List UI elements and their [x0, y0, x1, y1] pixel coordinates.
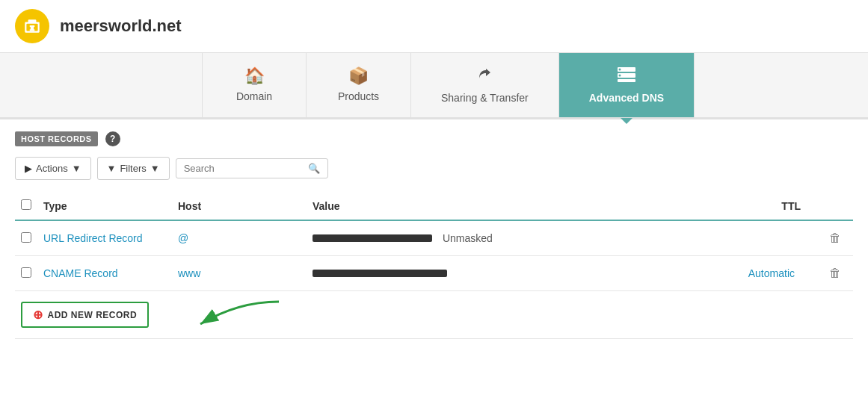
header-checkbox-col — [15, 192, 37, 220]
tab-products-label: Products — [338, 90, 379, 102]
actions-button[interactable]: ▶ Actions ▼ — [15, 157, 91, 180]
add-record-cell: ⊕ ADD NEW RECORD — [15, 291, 853, 339]
tab-domain-label: Domain — [236, 90, 272, 102]
header-value: Value — [307, 192, 711, 220]
header-type: Type — [37, 192, 172, 220]
row2-value-redacted — [313, 270, 447, 277]
row2-checkbox[interactable] — [21, 267, 31, 278]
row2-delete-icon[interactable]: 🗑 — [829, 267, 841, 279]
row2-value — [307, 256, 711, 291]
search-icon: 🔍 — [308, 163, 320, 174]
row1-ttl — [711, 220, 823, 256]
row1-value-redacted — [313, 234, 432, 242]
svg-point-10 — [618, 75, 621, 77]
row1-delete-cell: 🗑 — [823, 220, 853, 256]
filters-chevron-icon: ▼ — [150, 163, 160, 174]
advanced-dns-icon — [617, 66, 636, 87]
tab-advanced-dns[interactable]: Advanced DNS — [559, 53, 695, 117]
tab-sharing-label: Sharing & Transfer — [441, 92, 529, 104]
tab-advanced-dns-label: Advanced DNS — [589, 92, 664, 104]
row1-checkbox-cell — [15, 220, 37, 256]
svg-rect-4 — [28, 27, 31, 29]
row2-host-value: www — [178, 267, 200, 279]
tab-sharing[interactable]: Sharing & Transfer — [411, 53, 559, 117]
plus-icon: ⊕ — [33, 308, 43, 322]
domain-icon: 🏠 — [244, 66, 265, 86]
arrow-annotation — [163, 294, 283, 339]
app-header: meersworld.net — [0, 0, 868, 53]
row1-value: Unmasked — [307, 220, 711, 256]
search-box: 🔍 — [176, 158, 328, 178]
app-logo — [15, 9, 49, 43]
section-header: HOST RECORDS ? — [15, 131, 853, 146]
row2-delete-cell: 🗑 — [823, 256, 853, 291]
svg-rect-8 — [618, 79, 635, 82]
row1-host-value: @ — [178, 232, 188, 244]
sharing-icon — [475, 66, 493, 87]
row2-ttl: Automatic — [711, 256, 823, 291]
svg-point-9 — [618, 69, 621, 71]
tab-products[interactable]: 📦 Products — [307, 53, 411, 117]
table-header-row: Type Host Value TTL — [15, 192, 853, 220]
row1-host: @ — [172, 220, 307, 256]
svg-rect-1 — [28, 19, 37, 23]
select-all-checkbox[interactable] — [21, 199, 31, 210]
row1-type-link[interactable]: URL Redirect Record — [43, 232, 143, 244]
filter-icon: ▼ — [107, 163, 117, 174]
main-content: HOST RECORDS ? ▶ Actions ▼ ▼ Filters ▼ 🔍 — [0, 119, 868, 351]
records-table: Type Host Value TTL URL Redirect Record — [15, 192, 853, 339]
row1-extra: Unmasked — [443, 232, 493, 244]
domain-title: meersworld.net — [60, 16, 182, 36]
filters-label: Filters — [120, 163, 146, 174]
toolbar: ▶ Actions ▼ ▼ Filters ▼ 🔍 — [15, 157, 853, 180]
actions-label: Actions — [36, 163, 68, 174]
search-input[interactable] — [184, 163, 304, 174]
add-record-container: ⊕ ADD NEW RECORD — [21, 302, 149, 328]
filters-button[interactable]: ▼ Filters ▼ — [97, 157, 170, 180]
add-record-row: ⊕ ADD NEW RECORD — [15, 291, 853, 339]
header-action — [823, 192, 853, 220]
row2-host: www — [172, 256, 307, 291]
row2-type-link[interactable]: CNAME Record — [43, 267, 118, 279]
add-record-label: ADD NEW RECORD — [48, 310, 138, 320]
header-host: Host — [172, 192, 307, 220]
row1-delete-icon[interactable]: 🗑 — [829, 231, 841, 244]
header-ttl: TTL — [711, 192, 823, 220]
table-row: URL Redirect Record @ Unmasked 🗑 — [15, 220, 853, 256]
actions-chevron-icon: ▼ — [72, 163, 81, 174]
tab-domain[interactable]: 🏠 Domain — [202, 53, 307, 117]
nav-tabs: 🏠 Domain 📦 Products Sharing & Transfer — [0, 53, 868, 119]
actions-play-icon: ▶ — [25, 163, 32, 174]
svg-rect-5 — [34, 27, 36, 29]
row2-ttl-value: Automatic — [717, 267, 817, 279]
help-icon[interactable]: ? — [105, 131, 120, 146]
table-row: CNAME Record www Automatic 🗑 — [15, 256, 853, 291]
products-icon: 📦 — [348, 66, 369, 86]
section-label: HOST RECORDS — [15, 131, 98, 146]
add-new-record-button[interactable]: ⊕ ADD NEW RECORD — [21, 302, 149, 328]
row2-type: CNAME Record — [37, 256, 172, 291]
row1-type: URL Redirect Record — [37, 220, 172, 256]
row1-checkbox[interactable] — [21, 232, 31, 243]
row2-checkbox-cell — [15, 256, 37, 291]
